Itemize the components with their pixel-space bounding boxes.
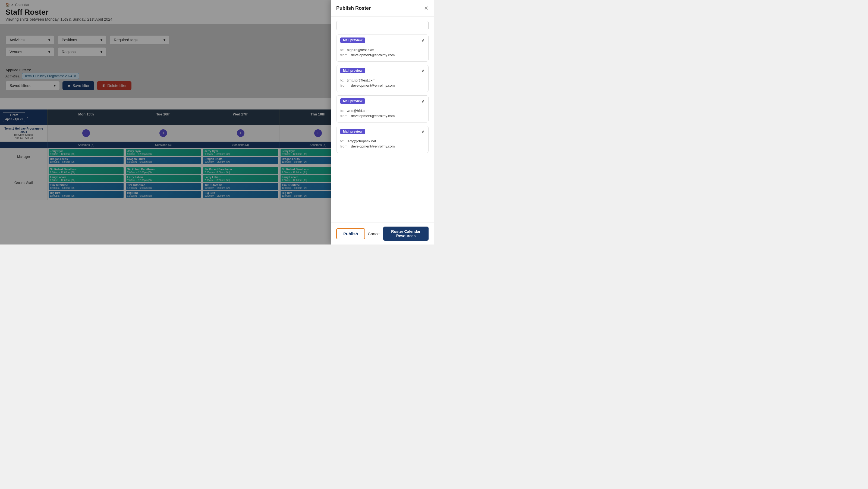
panel-title: Publish Roster <box>336 5 371 11</box>
chevron-down-icon-4[interactable]: ∨ <box>421 129 425 134</box>
mail-to-1: to: bigbird@test.cxm <box>340 48 425 52</box>
roster-calendar-resources-button[interactable]: Roster Calendar Resources <box>383 226 429 241</box>
publish-button[interactable]: Publish <box>336 228 365 239</box>
mail-preview-3-header: Mail preview ∨ <box>337 96 428 106</box>
mail-preview-3: Mail preview ∨ to: wed@hfd.com from: dev… <box>336 95 429 123</box>
mail-to-2: to: timtutor@test.cxm <box>340 78 425 82</box>
chevron-down-icon-1[interactable]: ∨ <box>421 38 425 43</box>
mail-to-3: to: wed@hfd.com <box>340 109 425 113</box>
mail-preview-4: Mail preview ∨ to: larry@chopstik.net fr… <box>336 126 429 153</box>
cancel-button[interactable]: Cancel <box>368 232 380 236</box>
chevron-down-icon-2[interactable]: ∨ <box>421 68 425 73</box>
close-button[interactable]: ✕ <box>424 5 429 11</box>
panel-footer: Publish Cancel Roster Calendar Resources <box>331 222 434 245</box>
panel-header: Publish Roster ✕ <box>331 0 434 17</box>
mail-preview-2: Mail preview ∨ to: timtutor@test.cxm fro… <box>336 65 429 92</box>
mail-preview-badge-2: Mail preview <box>340 68 365 73</box>
publish-panel: Publish Roster ✕ Mail preview ∨ to: bigb… <box>331 0 434 245</box>
mail-preview-2-body: to: timtutor@test.cxm from: development@… <box>337 76 428 92</box>
search-input[interactable] <box>336 21 429 30</box>
mail-from-4: from: development@enrolmy.com <box>340 144 425 148</box>
mail-preview-badge-4: Mail preview <box>340 129 365 134</box>
mail-preview-4-body: to: larry@chopstik.net from: development… <box>337 137 428 153</box>
mail-to-4: to: larry@chopstik.net <box>340 139 425 143</box>
mail-from-2: from: development@enrolmy.com <box>340 83 425 88</box>
mail-preview-4-header: Mail preview ∨ <box>337 126 428 137</box>
mail-preview-2-header: Mail preview ∨ <box>337 65 428 76</box>
mail-preview-1-body: to: bigbird@test.cxm from: development@e… <box>337 45 428 61</box>
mail-preview-1: Mail preview ∨ to: bigbird@test.cxm from… <box>336 34 429 62</box>
mail-preview-badge-3: Mail preview <box>340 98 365 104</box>
mail-preview-badge-1: Mail preview <box>340 37 365 43</box>
chevron-down-icon-3[interactable]: ∨ <box>421 99 425 104</box>
mail-preview-1-header: Mail preview ∨ <box>337 35 428 45</box>
mail-preview-3-body: to: wed@hfd.com from: development@enrolm… <box>337 106 428 122</box>
mail-from-1: from: development@enrolmy.com <box>340 53 425 57</box>
panel-body: Mail preview ∨ to: bigbird@test.cxm from… <box>331 17 434 222</box>
mail-from-3: from: development@enrolmy.com <box>340 114 425 118</box>
